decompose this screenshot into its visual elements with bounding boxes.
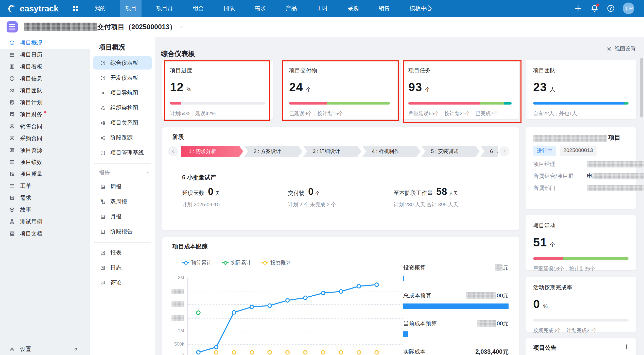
cost-section: 项目成本跟踪 预算累计实际累计投资概算 0500k1M2M 投资概算元总成本预算… bbox=[162, 237, 519, 355]
sidebar-item-11[interactable]: 项目绩效 bbox=[0, 156, 90, 168]
sidebar-item-3[interactable]: 项目看板 bbox=[0, 61, 90, 73]
legend-item-实际累计[interactable]: 实际累计 bbox=[222, 259, 251, 266]
sidebar-item-15[interactable]: 故事 bbox=[0, 204, 90, 216]
phase-next-button[interactable] bbox=[499, 146, 509, 156]
avatar[interactable]: 用户 bbox=[623, 3, 634, 14]
chart-legend: 预算累计实际累计投资概算 bbox=[182, 259, 291, 266]
sidebar-item-13[interactable]: 工单 bbox=[0, 180, 90, 192]
chart-box-icon bbox=[100, 250, 106, 256]
help-button[interactable]: ? bbox=[606, 4, 615, 13]
sidebar-item-5[interactable]: 项目团队 bbox=[0, 84, 90, 96]
stat-card-2: 项目交付物24个已延误9个，按计划15个 bbox=[282, 60, 397, 119]
progress-bar bbox=[408, 102, 512, 105]
progress-segment bbox=[533, 102, 624, 105]
submenu-item-阶段跟踪[interactable]: 阶段跟踪 bbox=[93, 131, 152, 144]
view-settings-button[interactable]: 视图设置 bbox=[606, 45, 636, 52]
secondary-sidebar: 项目概况 综合仪表板开发仪表板项目导航图组织架构图项目关系图阶段跟踪项目管理基线… bbox=[90, 37, 155, 355]
cost-summary-row: 实际成本2,033,400元 bbox=[403, 348, 509, 355]
nav-item-1[interactable]: 我的 bbox=[89, 0, 111, 17]
submenu-item-报表[interactable]: 报表 bbox=[93, 246, 152, 259]
sidebar-item-label: 项目财务 bbox=[20, 111, 42, 118]
chevron-down-icon[interactable] bbox=[179, 24, 185, 30]
sidebar-item-9[interactable]: 采购合同 bbox=[0, 132, 90, 144]
legend-item-预算累计[interactable]: 预算累计 bbox=[182, 259, 212, 266]
submenu-item-开发仪表板[interactable]: 开发仪表板 bbox=[93, 71, 152, 84]
chevron-left-icon bbox=[170, 148, 176, 154]
phase-step-3[interactable]: 3 : 详细设计 bbox=[303, 146, 361, 157]
sidebar-item-2[interactable]: 项目日历 bbox=[0, 49, 90, 61]
card-number: 0 bbox=[533, 297, 540, 311]
svg-text:M: M bbox=[102, 216, 105, 219]
sidebar-item-4[interactable]: 项目信息 bbox=[0, 73, 90, 84]
progress-bar bbox=[533, 102, 629, 105]
report-month-icon: M bbox=[100, 214, 106, 220]
baseline-icon bbox=[100, 150, 106, 156]
cost-bar bbox=[403, 331, 408, 337]
phase-prev-button[interactable] bbox=[168, 146, 178, 156]
nav-item-4[interactable]: 组合 bbox=[188, 0, 209, 17]
phase-stat-line: 延误天数0天 bbox=[182, 186, 288, 197]
nav-item-6[interactable]: 需求 bbox=[250, 0, 271, 17]
sidebar-item-12[interactable]: 项目质量 bbox=[0, 168, 90, 180]
nav-item-9[interactable]: 采购 bbox=[342, 0, 364, 17]
submenu-section-reports[interactable]: 报告 bbox=[99, 167, 151, 178]
nav-item-10[interactable]: 销售 bbox=[373, 0, 395, 17]
nav-item-8[interactable]: 工时 bbox=[311, 0, 333, 17]
submenu-item-项目管理基线[interactable]: 项目管理基线 bbox=[93, 146, 152, 159]
apps-grid-icon[interactable] bbox=[72, 5, 79, 12]
submenu-item-综合仪表板[interactable]: 综合仪表板 bbox=[93, 56, 152, 70]
legend-item-投资概算[interactable]: 投资概算 bbox=[261, 259, 291, 266]
brand-logo[interactable]: easytrack bbox=[7, 3, 58, 14]
progress-bar bbox=[533, 319, 629, 322]
phase-stat-value: 0 bbox=[308, 186, 314, 197]
submenu-item-阶段报告[interactable]: D阶段报告 bbox=[93, 225, 152, 238]
submenu-item-评论[interactable]: 评论 bbox=[93, 276, 152, 289]
sidebar-item-1[interactable]: 项目概况 bbox=[0, 37, 90, 49]
nav-item-3[interactable]: 项目群 bbox=[151, 0, 178, 17]
submenu-item-双周报[interactable]: W双周报 bbox=[93, 195, 152, 208]
submenu-item-组织架构图[interactable]: 组织架构图 bbox=[93, 101, 152, 114]
card-title: 项目团队 bbox=[533, 67, 636, 74]
notifications-button[interactable] bbox=[590, 4, 599, 13]
scrollbar-thumb[interactable] bbox=[640, 58, 643, 117]
sidebar-item-label: 销售合同 bbox=[20, 123, 42, 130]
phase-step-4[interactable]: 4 : 样机制作 bbox=[362, 146, 421, 157]
sidebar-item-14[interactable]: 需求 bbox=[0, 192, 90, 204]
submenu-item-月报[interactable]: M月报 bbox=[93, 210, 152, 223]
users-icon bbox=[9, 88, 15, 93]
nav-item-7[interactable]: 产品 bbox=[281, 0, 302, 17]
phase-step-2[interactable]: 2 : 方案设计 bbox=[244, 146, 302, 157]
sidebar-item-6[interactable]: 项目计划 bbox=[0, 96, 90, 108]
value-censored bbox=[593, 173, 644, 179]
phase-step-5[interactable]: 5 : 安装调试 bbox=[421, 146, 480, 157]
card-number: 24 bbox=[289, 80, 303, 94]
sidebar-item-7[interactable]: 项目财务 bbox=[0, 108, 90, 120]
sidebar-item-16[interactable]: 测试用例 bbox=[0, 216, 90, 228]
sidebar-item-8[interactable]: 销售合同 bbox=[0, 120, 90, 132]
nav-item-2[interactable]: 项目 bbox=[120, 0, 142, 17]
submenu-item-日志[interactable]: 日志 bbox=[93, 261, 152, 274]
nav-item-11[interactable]: 模板中心 bbox=[404, 0, 437, 17]
help-icon: ? bbox=[606, 4, 615, 13]
sidebar-item-label: 故事 bbox=[20, 206, 31, 214]
star-circle-icon bbox=[9, 123, 15, 129]
progress-bar bbox=[289, 102, 390, 105]
submenu-item-项目导航图[interactable]: 项目导航图 bbox=[93, 86, 152, 99]
cost-summary-value: 00元 bbox=[466, 292, 509, 299]
nav-item-5[interactable]: 团队 bbox=[219, 0, 240, 17]
sidebar-item-10[interactable]: 项目资源 bbox=[0, 144, 90, 156]
phase-step-6[interactable]: 6 : 小批量试产 bbox=[480, 146, 498, 157]
card-unit: 个 bbox=[425, 86, 430, 93]
add-notice-button[interactable] bbox=[623, 343, 630, 350]
sidebar-item-17[interactable]: 项目文档 bbox=[0, 228, 90, 240]
progress-segment bbox=[563, 257, 629, 260]
phase-step-1[interactable]: 1 : 需求分析 bbox=[181, 146, 243, 157]
submenu-item-周报[interactable]: W周报 bbox=[93, 180, 152, 193]
submenu-item-项目关系图[interactable]: 项目关系图 bbox=[93, 116, 152, 129]
gauge-icon bbox=[100, 60, 106, 66]
legend-marker bbox=[182, 262, 189, 263]
create-button[interactable] bbox=[573, 4, 583, 13]
collapse-sidebar-button[interactable] bbox=[64, 346, 84, 352]
nav-right-actions: ? 用户 bbox=[573, 3, 644, 14]
sidebar-item-settings[interactable]: 设置 bbox=[0, 343, 90, 355]
